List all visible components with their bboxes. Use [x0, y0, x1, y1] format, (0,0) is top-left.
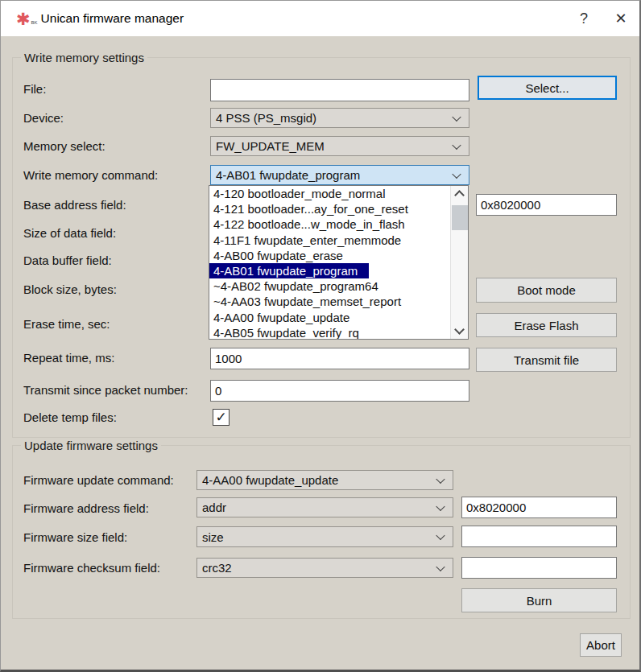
- dropdown-scrollbar[interactable]: [450, 186, 468, 339]
- firmware-update-command-combobox[interactable]: 4-AA00 fwupdate_update: [196, 470, 453, 490]
- boot-mode-button[interactable]: Boot mode: [476, 278, 617, 303]
- firmware-address-label: Firmware address field:: [23, 501, 149, 515]
- erase-flash-button[interactable]: Erase Flash: [476, 313, 617, 337]
- memory-select-combobox-value: FW_UPDATE_MEM: [216, 139, 325, 153]
- select-file-button[interactable]: Select...: [478, 76, 617, 100]
- asterisk-icon: ✱: [16, 10, 31, 28]
- scroll-up-icon[interactable]: [454, 190, 465, 200]
- window-title: Unican firmware manager: [41, 11, 184, 26]
- chevron-down-icon: [452, 169, 461, 178]
- firmware-size-label: Firmware size field:: [23, 530, 127, 544]
- repeat-time-input[interactable]: [210, 348, 469, 369]
- dropdown-item-selected[interactable]: 4-AB01 fwupdate_program: [209, 263, 468, 278]
- firmware-size-value: size: [202, 530, 224, 544]
- chevron-down-icon: [436, 562, 445, 571]
- chevron-down-icon: [436, 501, 445, 510]
- repeat-time-label: Repeat time, ms:: [23, 351, 114, 365]
- scroll-down-icon[interactable]: [454, 324, 465, 335]
- chevron-down-icon: [436, 531, 445, 540]
- firmware-checksum-combobox[interactable]: crc32: [196, 558, 453, 578]
- erase-time-label: Erase time, sec:: [23, 317, 110, 331]
- data-buffer-label: Data buffer field:: [23, 254, 112, 267]
- dropdown-item[interactable]: 4-AB05 fwupdate_verify_rq: [209, 325, 468, 340]
- firmware-checksum-input[interactable]: [461, 557, 617, 579]
- memory-select-label: Memory select:: [23, 139, 105, 153]
- firmware-size-combobox[interactable]: size: [196, 526, 453, 547]
- dropdown-item[interactable]: 4-121 bootloader...ay_for_one_reset: [209, 201, 468, 216]
- dropdown-item[interactable]: 4-122 bootloade...w_mode_in_flash: [209, 216, 468, 232]
- dropdown-item[interactable]: 4-AA00 fwupdate_update: [209, 310, 468, 325]
- firmware-update-command-value: 4-AA00 fwupdate_update: [202, 473, 338, 487]
- base-address-label: Base address field:: [23, 198, 126, 212]
- base-address-input[interactable]: [476, 194, 617, 216]
- delete-temp-files-checkbox[interactable]: ✓: [213, 409, 230, 426]
- title-bar: ✱ BK Unican firmware manager ? ✕: [1, 1, 639, 36]
- dropdown-item[interactable]: 4-11F1 fwupdate_enter_memmode: [209, 233, 468, 248]
- dialog-body: Write memory settings File: Device: Memo…: [1, 36, 639, 670]
- device-combobox-value: 4 PSS (PS_msgid): [216, 111, 316, 125]
- device-combobox[interactable]: 4 PSS (PS_msgid): [210, 108, 469, 128]
- write-memory-command-label: Write memory command:: [23, 168, 158, 182]
- chevron-down-icon: [452, 112, 461, 121]
- write-memory-command-dropdown-list: 4-120 bootloader_mode_normal 4-121 bootl…: [209, 185, 469, 340]
- burn-button[interactable]: Burn: [461, 588, 617, 612]
- chevron-down-icon: [452, 140, 461, 149]
- write-memory-command-combobox-value: 4-AB01 fwupdate_program: [216, 168, 360, 182]
- update-firmware-settings-title: Update firmware settings: [21, 439, 161, 452]
- size-of-data-label: Size of data field:: [23, 226, 116, 240]
- transmit-since-input[interactable]: [210, 380, 469, 402]
- write-memory-command-combobox[interactable]: 4-AB01 fwupdate_program: [210, 165, 469, 185]
- device-label: Device:: [23, 111, 64, 125]
- dropdown-item[interactable]: 4-120 bootloader_mode_normal: [209, 186, 468, 201]
- firmware-size-input[interactable]: [461, 526, 617, 547]
- app-icon-badge: BK: [31, 14, 38, 31]
- dropdown-item[interactable]: ~4-AA03 fwupdate_memset_report: [209, 294, 468, 309]
- dropdown-item[interactable]: 4-AB00 fwupdate_erase: [209, 248, 468, 263]
- memory-select-combobox[interactable]: FW_UPDATE_MEM: [210, 136, 469, 156]
- abort-button[interactable]: Abort: [580, 633, 622, 657]
- transmit-file-button[interactable]: Transmit file: [476, 348, 617, 372]
- close-button[interactable]: ✕: [602, 1, 639, 36]
- dropdown-item[interactable]: ~4-AB02 fwupdate_program64: [209, 278, 468, 294]
- firmware-update-command-label: Firmware update command:: [23, 473, 174, 487]
- file-input[interactable]: [210, 79, 469, 101]
- firmware-checksum-value: crc32: [202, 561, 232, 575]
- checkmark-icon: ✓: [215, 410, 226, 425]
- app-icon: ✱ BK: [16, 10, 31, 27]
- write-memory-settings-title: Write memory settings: [21, 51, 147, 64]
- transmit-since-label: Transmit since packet number:: [23, 383, 188, 397]
- firmware-address-value: addr: [202, 501, 226, 514]
- firmware-checksum-label: Firmware checksum field:: [23, 561, 160, 575]
- chevron-down-icon: [436, 474, 445, 483]
- delete-temp-files-label: Delete temp files:: [23, 410, 117, 424]
- help-button[interactable]: ?: [565, 1, 602, 36]
- firmware-address-combobox[interactable]: addr: [196, 497, 453, 517]
- file-label: File:: [23, 82, 46, 96]
- firmware-manager-window: ✱ BK Unican firmware manager ? ✕ Write m…: [0, 0, 641, 672]
- scrollbar-thumb[interactable]: [452, 205, 468, 230]
- block-size-label: Block size, bytes:: [23, 282, 117, 296]
- firmware-address-input[interactable]: [461, 497, 617, 518]
